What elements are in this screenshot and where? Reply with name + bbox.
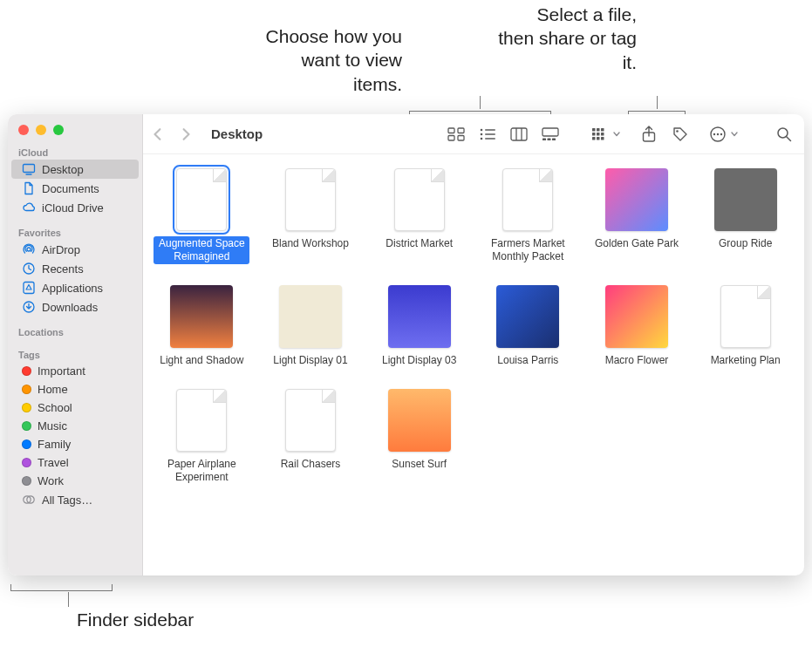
sidebar-item-label: Recents	[42, 262, 84, 276]
svg-point-35	[676, 130, 679, 133]
file-label: Louisa Parris	[494, 353, 562, 368]
sidebar-item-iclouddrive[interactable]: iCloud Drive	[11, 198, 139, 217]
file-item[interactable]: Farmers Market Monthly Packet	[478, 168, 578, 264]
maximize-button[interactable]	[53, 125, 64, 135]
sidebar-item-label: iCloud Drive	[42, 201, 104, 215]
callout-share-tag: Select a file, then share or tag it.	[497, 3, 637, 74]
sidebar-item-desktop[interactable]: Desktop	[11, 160, 139, 179]
forward-button[interactable]	[180, 128, 192, 140]
svg-rect-4	[24, 283, 34, 294]
sidebar-item-tag-home[interactable]: Home	[11, 380, 139, 398]
sidebar-item-tag-travel[interactable]: Travel	[11, 453, 139, 472]
apps-icon	[22, 281, 36, 295]
sidebar-item-label: Travel	[38, 456, 69, 469]
file-item[interactable]: Group Ride	[695, 168, 795, 264]
file-item[interactable]: Light Display 01	[261, 285, 361, 368]
file-thumbnail	[285, 389, 336, 452]
file-item[interactable]: Augmented Space Reimagined	[152, 168, 252, 264]
svg-rect-28	[592, 133, 596, 136]
svg-rect-11	[458, 135, 464, 140]
sidebar-section-title: Favorites	[8, 224, 142, 240]
finder-window: iCloudDesktopDocumentsiCloud DriveFavori…	[8, 114, 804, 575]
file-label: Marketing Plan	[707, 353, 784, 368]
file-thumbnail	[394, 168, 445, 231]
file-thumbnail	[605, 168, 668, 231]
svg-rect-30	[601, 133, 604, 136]
view-switcher	[441, 123, 565, 146]
downloads-icon	[22, 300, 36, 314]
sidebar-item-label: Work	[38, 474, 64, 487]
file-label: Light Display 03	[379, 353, 460, 368]
tag-dot-icon	[22, 439, 31, 449]
clock-icon	[22, 262, 36, 276]
svg-rect-9	[458, 128, 464, 133]
finder-main: Desktop	[143, 114, 804, 575]
sidebar-item-tag-work[interactable]: Work	[11, 472, 139, 490]
back-button[interactable]	[152, 128, 164, 140]
group-by-button[interactable]	[591, 127, 620, 141]
callout-view-connector	[480, 96, 481, 109]
svg-line-41	[787, 137, 791, 141]
window-controls	[8, 119, 142, 144]
sidebar-item-label: Home	[38, 383, 68, 396]
file-item[interactable]: District Market	[369, 168, 469, 264]
file-item[interactable]: Sunset Surf	[369, 389, 469, 485]
sidebar-item-recents[interactable]: Recents	[11, 259, 139, 278]
sidebar-item-tag-family[interactable]: Family	[11, 435, 139, 453]
minimize-button[interactable]	[36, 125, 46, 135]
sidebar-item-tag-music[interactable]: Music	[11, 417, 139, 435]
sidebar-item-label: School	[38, 401, 72, 414]
file-item[interactable]: Macro Flower	[587, 285, 687, 368]
file-thumbnail	[605, 285, 668, 348]
share-button[interactable]	[639, 126, 658, 142]
sidebar-item-tag-important[interactable]: Important	[11, 362, 139, 380]
svg-rect-26	[597, 128, 600, 132]
svg-point-40	[778, 128, 788, 138]
file-item[interactable]: Louisa Parris	[478, 285, 578, 368]
file-item[interactable]: Bland Workshop	[261, 168, 361, 264]
svg-point-12	[481, 128, 483, 131]
sidebar-item-airdrop[interactable]: AirDrop	[11, 240, 139, 259]
file-label: Light and Shadow	[156, 353, 247, 368]
file-label: Group Ride	[715, 236, 775, 251]
file-label: Farmers Market Monthly Packet	[480, 236, 576, 264]
file-item[interactable]: Light and Shadow	[152, 285, 252, 368]
svg-rect-23	[548, 138, 551, 140]
file-thumbnail	[496, 285, 559, 348]
sidebar-item-tag-school[interactable]: School	[11, 398, 139, 417]
more-actions-button[interactable]	[709, 126, 738, 143]
svg-rect-15	[485, 133, 495, 135]
tag-button[interactable]	[671, 126, 690, 142]
svg-rect-32	[597, 137, 600, 140]
file-item[interactable]: Marketing Plan	[695, 285, 795, 368]
callout-share-connector	[657, 96, 658, 109]
file-thumbnail	[388, 389, 451, 452]
file-item[interactable]: Paper Airplane Experiment	[152, 389, 252, 485]
svg-rect-8	[448, 128, 454, 133]
list-view-button[interactable]	[478, 126, 497, 142]
sidebar-item-documents[interactable]: Documents	[11, 179, 139, 198]
column-view-button[interactable]	[509, 126, 529, 142]
file-label: Augmented Space Reimagined	[154, 236, 249, 264]
sidebar-item-label: All Tags…	[42, 494, 92, 507]
svg-rect-18	[511, 128, 527, 140]
svg-rect-25	[592, 128, 596, 132]
svg-point-39	[720, 133, 722, 134]
file-thumbnail	[714, 168, 777, 231]
file-item[interactable]: Light Display 03	[369, 285, 469, 368]
file-label: Macro Flower	[602, 353, 672, 368]
sidebar-item-applications[interactable]: Applications	[11, 278, 139, 297]
sidebar-item-label: Downloads	[42, 301, 98, 314]
search-button[interactable]	[774, 126, 794, 142]
file-label: Bland Workshop	[269, 236, 352, 251]
sidebar-item-label: Applications	[42, 282, 103, 295]
svg-point-38	[717, 133, 719, 134]
file-item[interactable]: Rail Chasers	[261, 389, 361, 485]
window-title: Desktop	[211, 126, 263, 141]
close-button[interactable]	[18, 125, 29, 135]
icon-view-button[interactable]	[447, 126, 466, 142]
file-item[interactable]: Golden Gate Park	[587, 168, 687, 264]
sidebar-item-tag-all[interactable]: All Tags…	[11, 490, 139, 509]
sidebar-item-downloads[interactable]: Downloads	[11, 297, 139, 317]
gallery-view-button[interactable]	[541, 126, 560, 142]
